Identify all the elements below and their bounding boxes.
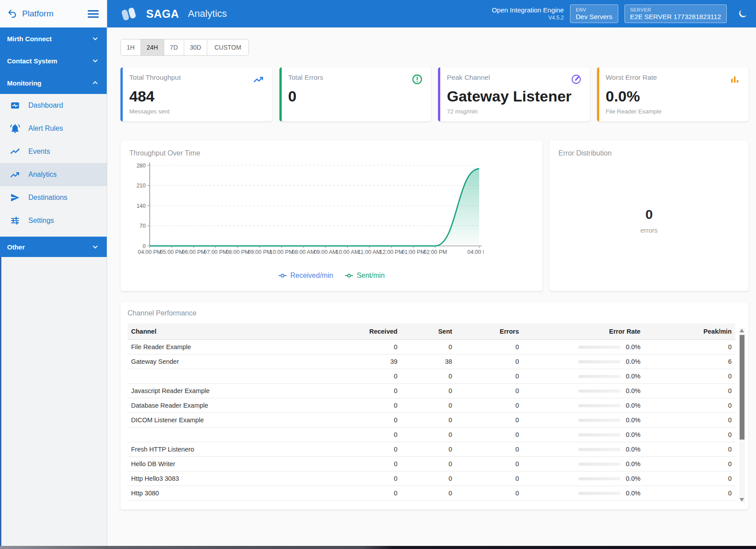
time-range-selector: 1H 24H 7D 30D CUSTOM xyxy=(120,39,249,56)
peak-value: 0 xyxy=(644,398,735,413)
error-rate-value: 0.0% xyxy=(626,402,640,409)
received-value: 0 xyxy=(343,442,401,457)
error-rate-value: 0.0% xyxy=(626,490,640,497)
brand-name: SAGA xyxy=(146,8,179,20)
column-header-received[interactable]: Received xyxy=(343,323,401,340)
x-tick-label: 05:00 PM xyxy=(160,249,184,255)
table-row[interactable]: 0000.0%0 xyxy=(128,369,735,384)
trending-up-icon xyxy=(10,169,20,180)
chart-legend: Received/min Sent/min xyxy=(129,272,534,280)
stat-card-peak-channel: Peak Channel Gateway Listener 72 msg/min xyxy=(438,67,590,121)
x-tick-label: 10:00 PM xyxy=(270,249,294,255)
charts-row: Throughput Over Time 07014021028004:00 P… xyxy=(120,140,748,291)
errors-value: 0 xyxy=(456,369,523,384)
channel-name xyxy=(128,428,343,442)
taskbar-edge xyxy=(0,546,756,549)
table-header-row: Channel Received Sent Errors Error Rate … xyxy=(128,323,735,340)
table-row[interactable]: 0000.0%0 xyxy=(128,428,735,442)
received-value: 0 xyxy=(343,471,401,486)
errors-value: 0 xyxy=(456,384,523,398)
error-rate-cell: 0.0% xyxy=(523,457,644,471)
y-tick-label: 70 xyxy=(140,223,146,229)
sidebar-group-contact-system[interactable]: Contact System xyxy=(0,50,107,72)
range-button-7d[interactable]: 7D xyxy=(164,39,184,55)
error-rate-cell: 0.0% xyxy=(523,413,644,428)
error-rate-value: 0.0% xyxy=(626,446,640,453)
stat-card-total-throughput: Total Throughput 484 Messages sent xyxy=(120,67,272,121)
error-rate-value: 0.0% xyxy=(626,431,640,438)
scrollbar-thumb[interactable] xyxy=(740,335,744,440)
menu-icon[interactable] xyxy=(86,8,101,19)
error-rate-bar xyxy=(578,419,620,422)
column-header-channel[interactable]: Channel xyxy=(128,323,343,340)
error-rate-bar xyxy=(578,433,620,436)
legend-received[interactable]: Received/min xyxy=(278,272,333,280)
error-distribution-card: Error Distribution 0 errors xyxy=(550,140,748,291)
column-header-errors[interactable]: Errors xyxy=(456,323,523,340)
channel-name: Gateway Sender xyxy=(128,354,343,369)
range-button-1h[interactable]: 1H xyxy=(121,39,141,55)
scroll-down-icon[interactable] xyxy=(740,498,744,502)
error-rate-bar xyxy=(578,463,620,466)
error-rate-bar xyxy=(578,492,620,495)
received-value: 0 xyxy=(343,486,401,501)
table-row[interactable]: Javascript Reader Example0000.0%0 xyxy=(128,384,735,398)
table-row[interactable]: Gateway Sender393800.0%6 xyxy=(128,354,735,369)
chevron-down-icon xyxy=(91,242,100,251)
range-button-custom[interactable]: CUSTOM xyxy=(207,39,248,55)
sidebar-group-mirth-connect[interactable]: Mirth Connect xyxy=(0,27,107,50)
table-row[interactable]: Hello DB Writer0000.0%0 xyxy=(128,457,735,471)
line-dot-marker-icon xyxy=(278,273,287,279)
env-selector[interactable]: ENV Dev Servers xyxy=(570,4,618,23)
sidebar-item-dashboard[interactable]: Dashboard xyxy=(0,94,107,117)
sidebar-item-alert-rules[interactable]: Alert Rules xyxy=(0,117,107,140)
sent-line xyxy=(150,169,479,246)
table-row[interactable]: Database Reader Example0000.0%0 xyxy=(128,398,735,413)
scroll-up-icon[interactable] xyxy=(740,329,744,332)
range-button-30d[interactable]: 30D xyxy=(184,39,208,55)
range-button-24h[interactable]: 24H xyxy=(141,39,164,55)
error-rate-bar xyxy=(578,389,620,393)
column-header-error-rate[interactable]: Error Rate xyxy=(523,323,644,340)
dark-mode-toggle[interactable] xyxy=(737,8,748,19)
table-title: Channel Performance xyxy=(128,309,735,317)
x-tick-label: 08:00 AM xyxy=(292,249,315,255)
sidebar-item-destinations[interactable]: Destinations xyxy=(0,186,107,209)
error-rate-value: 0.0% xyxy=(626,373,640,380)
return-arrow-icon[interactable] xyxy=(7,8,18,19)
x-tick-label: 09:00 AM xyxy=(314,249,337,255)
channel-name: File Reader Example xyxy=(128,340,343,354)
sidebar-item-analytics[interactable]: Analytics xyxy=(0,163,107,186)
sidebar-item-events[interactable]: Events xyxy=(0,140,107,163)
table-row[interactable]: Fresh HTTP Listenero0000.0%0 xyxy=(128,442,735,457)
y-tick-label: 0 xyxy=(143,243,146,249)
legend-sent[interactable]: Sent/min xyxy=(345,272,384,280)
channel-performance-table: Channel Received Sent Errors Error Rate … xyxy=(128,323,735,501)
app-title: Analytics xyxy=(188,8,227,19)
app-window: Platform Mirth Connect Contact System Mo… xyxy=(0,0,756,549)
column-header-peak[interactable]: Peak/min xyxy=(644,323,735,340)
received-value: 0 xyxy=(343,340,401,354)
received-line xyxy=(150,169,479,246)
x-tick-label: 10:00 AM xyxy=(336,249,359,255)
sent-value: 0 xyxy=(401,369,455,384)
chevron-up-icon xyxy=(91,78,100,87)
table-row[interactable]: DICOM Listener Example0000.0%0 xyxy=(128,413,735,428)
server-selector[interactable]: SERVER E2E SERVER 1773281823112 xyxy=(624,4,727,23)
column-header-sent[interactable]: Sent xyxy=(401,323,455,340)
chevron-down-icon xyxy=(91,56,100,65)
error-rate-bar xyxy=(578,346,620,349)
sent-value: 38 xyxy=(401,354,455,369)
x-tick-label: 02:00 PM xyxy=(423,249,447,255)
table-row[interactable]: Http 30800000.0%0 xyxy=(128,486,735,501)
received-value: 39 xyxy=(343,354,401,369)
sidebar-group-monitoring[interactable]: Monitoring xyxy=(0,72,107,94)
error-rate-cell: 0.0% xyxy=(523,486,644,501)
peak-value: 6 xyxy=(644,354,735,369)
table-scrollbar[interactable] xyxy=(739,328,745,502)
table-row[interactable]: Http Hello3 30830000.0%0 xyxy=(128,471,735,486)
sidebar-group-other[interactable]: Other xyxy=(0,237,107,257)
sidebar-item-settings[interactable]: Settings xyxy=(0,209,107,232)
received-value: 0 xyxy=(343,457,401,471)
table-row[interactable]: File Reader Example0000.0%0 xyxy=(128,340,735,354)
